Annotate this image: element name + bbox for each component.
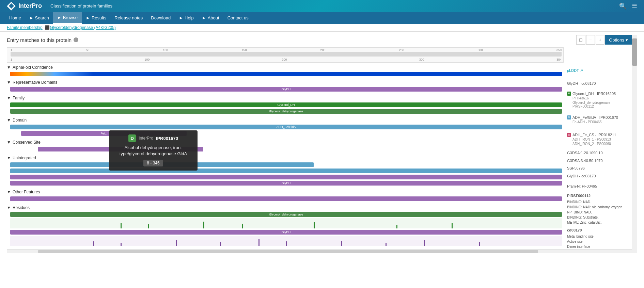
info-icon[interactable]: i: [74, 37, 78, 42]
rep-domains-track: GlyDH: [10, 87, 562, 92]
conserved-site-header[interactable]: ▼ Conserved Site: [7, 139, 564, 146]
residues-track-1: Glycerol_dehydrogenase: [10, 212, 562, 218]
rep-domains-right-label: GlyDH - cd08170: [567, 77, 632, 90]
ruler-track-bar: [11, 52, 562, 57]
domain-link-1[interactable]: ADH_Fe/GldA - IPR001670: [572, 115, 618, 119]
options-button[interactable]: Options ▾: [605, 35, 632, 45]
nav-browse[interactable]: ► Browse: [53, 12, 82, 24]
scrollbar-thumb-h[interactable]: [38, 250, 538, 253]
header-left: InterPro Classification of protein famil…: [7, 2, 112, 11]
entry-matches-title: Entry matches to this protein: [7, 37, 72, 43]
tooltip: D InterPro IPR001670 Alcohol dehydrogena…: [109, 130, 198, 171]
residues-ticks-2: [10, 236, 562, 246]
residues-link-1[interactable]: PIRSF000112: [567, 194, 591, 198]
conserved-site-link[interactable]: ADH_Fe_CS - IPR018211: [572, 133, 616, 137]
nav-release-notes[interactable]: Release notes: [110, 12, 147, 24]
unintegrated-link-2[interactable]: G3DSA:3.40.50.1970: [567, 159, 632, 163]
section-rep-domains: ▼ Representative Domains GlyDH: [7, 79, 564, 93]
family-sublabel-1: PTH43616: [572, 96, 632, 100]
rep-domains-header[interactable]: ▼ Representative Domains: [7, 79, 564, 86]
residues-header[interactable]: ▼ Residues: [7, 204, 564, 211]
residues-label-2: cd08170: [567, 227, 632, 233]
section-conserved-site: ▼ Conserved Site: [7, 139, 564, 153]
alphafold-link[interactable]: pLDDT ↗: [567, 68, 583, 73]
nav-search[interactable]: ► Search: [25, 12, 53, 24]
scrollbar-thumb-v[interactable]: [632, 38, 637, 66]
family-track-2: Glycerol_dehydrogenase: [10, 109, 562, 114]
logo-icon: [7, 2, 16, 11]
zoom-in-button[interactable]: +: [596, 35, 604, 45]
nav-contact[interactable]: Contact us: [223, 12, 253, 24]
nav-download[interactable]: Download: [147, 12, 175, 24]
alphafold-content: [7, 71, 564, 78]
rep-domains-bar: GlyDH: [10, 87, 562, 92]
section-other-features: ▼ Other Features: [7, 189, 564, 203]
alphafold-right-label: pLDDT ↗: [567, 64, 632, 77]
residues-ticks-1: [10, 218, 562, 228]
unintegrated-header[interactable]: ▼ Unintegrated: [7, 155, 564, 161]
zoom-out-button[interactable]: −: [586, 35, 595, 45]
tracks-column: 150100150200250300350 1100200300354 ▼ Al…: [7, 47, 564, 249]
family-header[interactable]: ▼ Family: [7, 95, 564, 101]
alphafold-bar: [10, 72, 562, 76]
residues-link-2[interactable]: cd08170: [567, 228, 582, 232]
logo[interactable]: InterPro: [7, 2, 42, 11]
nav-arrow-results: ►: [86, 15, 90, 20]
other-features-link[interactable]: Pfam-N: PF00465: [567, 184, 597, 188]
toolbar: □ − + Options ▾: [576, 35, 632, 45]
family-label-row-1: F Glycerol_DH - IPR016205: [567, 92, 632, 96]
nav-about[interactable]: ► About: [198, 12, 223, 24]
alphafold-header[interactable]: ▼ AlphaFold Confidence: [7, 64, 564, 71]
rep-domains-link[interactable]: GlyDH - cd08170: [567, 81, 596, 85]
unintegrated-right-labels: G3DSA:1.20.1090.10 G3DSA:3.40.50.1970 SS…: [567, 149, 632, 180]
other-features-bar: [10, 196, 562, 201]
residues-bar-1: Glycerol_dehydrogenase: [10, 212, 562, 217]
nav-arrow-browse: ►: [57, 15, 62, 20]
nav-help[interactable]: ► Help: [175, 12, 198, 24]
unintegrated-content: GlyDH: [7, 161, 564, 187]
conserved-site-right-labels: C ADH_Fe_CS - IPR018211 ADH_IRON_1 - PS0…: [567, 129, 632, 149]
other-features-header[interactable]: ▼ Other Features: [7, 189, 564, 195]
unintegrated-link-4[interactable]: GlyDH - cd08170: [567, 174, 632, 178]
family-bar-1: Glycerol_DH: [10, 102, 562, 107]
expand-button[interactable]: □: [576, 35, 585, 45]
nav-results[interactable]: ► Results: [82, 12, 110, 24]
domain-track-1: ADH_Fe/GldA: [10, 125, 562, 130]
domain-label-row-1: D ADH_Fe/GldA - IPR001670: [567, 115, 632, 119]
tooltip-ipr[interactable]: IPR001670: [156, 136, 178, 141]
family-badge-1: F: [567, 92, 571, 96]
unintegrated-label: Unintegrated: [13, 156, 36, 160]
site-header: InterPro Classification of protein famil…: [0, 0, 644, 12]
family-track-1: Glycerol_DH: [10, 102, 562, 108]
other-features-content: [7, 195, 564, 203]
domain-right-labels: D ADH_Fe/GldA - IPR001670 Fe-ADH - PF004…: [567, 110, 632, 129]
ruler-top-numbers: 150100150200250300350: [11, 48, 562, 52]
unintegrated-track-1: [10, 162, 562, 168]
search-icon[interactable]: 🔍: [619, 2, 627, 10]
labels-column: pLDDT ↗ GlyDH - cd08170 F Glycerol_DH - …: [564, 47, 632, 249]
domain-header[interactable]: ▼ Domain: [7, 117, 564, 124]
domain-label: Domain: [13, 118, 27, 123]
nav-home[interactable]: Home: [5, 12, 25, 24]
tooltip-badge: D: [128, 134, 136, 142]
alphafold-toggle: ▼: [7, 65, 11, 70]
unintegrated-link-3[interactable]: SSF56796: [567, 166, 632, 170]
breadcrumb-family[interactable]: Family membership: [7, 25, 43, 30]
main-content: Entry matches to this protein i □ − + Op…: [0, 32, 644, 257]
section-family: ▼ Family Glycerol_DH Glycerol_dehydrogen…: [7, 95, 564, 115]
family-content: Glycerol_DH Glycerol_dehydrogenase: [7, 101, 564, 115]
breadcrumb-protein[interactable]: Glyceroldehydrogenase (A4KIG205): [50, 25, 115, 30]
horizontal-scrollbar[interactable]: [7, 249, 632, 253]
vertical-scrollbar[interactable]: [632, 35, 637, 253]
unintegrated-link-1[interactable]: G3DSA:1.20.1090.10: [567, 151, 632, 155]
conserved-site-sublabel-2: ADH_IRON_2 - PS00060: [572, 142, 632, 146]
ruler: 150100150200250300350 1100200300354: [7, 47, 564, 63]
breadcrumb-separator: ⬛: [45, 25, 50, 30]
tooltip-source: InterPro: [139, 136, 153, 141]
nav-arrow-search: ►: [29, 15, 34, 20]
conserved-site-badge: C: [567, 133, 571, 137]
unintegrated-bar-2: [10, 169, 562, 173]
menu-icon[interactable]: ☰: [632, 2, 637, 10]
family-link-1[interactable]: Glycerol_DH - IPR016205: [572, 92, 616, 96]
main-nav: Home ► Search ► Browse ► Results Release…: [0, 12, 644, 24]
